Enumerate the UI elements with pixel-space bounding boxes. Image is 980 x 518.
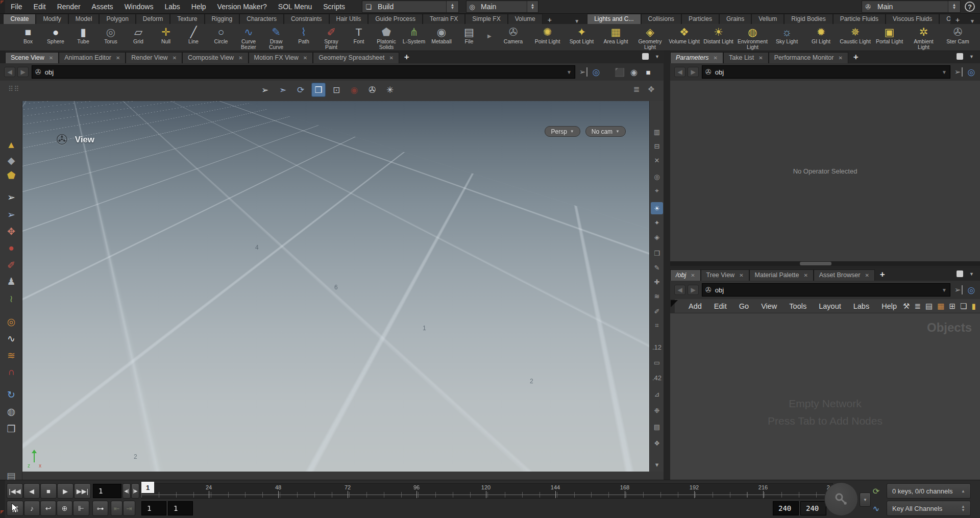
- pane-tab[interactable]: Scene View ✕: [5, 52, 59, 63]
- pane-menu-icon[interactable]: ▼: [655, 54, 659, 59]
- side-tool-button[interactable]: ❒: [5, 422, 18, 435]
- side-tool-button[interactable]: ➢: [5, 190, 18, 204]
- global-start-field[interactable]: 1: [141, 501, 166, 515]
- shelf-tool[interactable]: ✐ Spray Paint: [317, 24, 345, 51]
- pane-tab[interactable]: Motion FX View ✕: [249, 52, 313, 63]
- close-icon[interactable]: ✕: [739, 273, 743, 278]
- shelf-tool[interactable]: ◎ Torus: [97, 24, 125, 51]
- display-toggle-icon[interactable]: ❉: [651, 404, 663, 416]
- shelf-tab[interactable]: Texture: [170, 14, 204, 24]
- display-toggle-icon[interactable]: ≋: [651, 290, 663, 302]
- side-tool-button[interactable]: ≋: [5, 349, 18, 362]
- key-mode-dropdown[interactable]: Key All Channels ▲▼: [887, 501, 971, 516]
- shelf-group-separator-icon[interactable]: ▶: [487, 33, 492, 39]
- network-menu-item[interactable]: Edit: [708, 302, 733, 310]
- shelf-tab[interactable]: Constraints: [284, 14, 329, 24]
- playbar-option-button[interactable]: ⊶: [92, 501, 108, 516]
- network-menu-item[interactable]: Layout: [813, 302, 847, 310]
- auto-key-icon[interactable]: ⟳: [868, 483, 885, 499]
- step-back-button[interactable]: ◀|: [122, 483, 131, 499]
- toolbar-grip-icon[interactable]: ⠿⠿: [8, 85, 20, 93]
- side-tool-button[interactable]: ⬟: [5, 168, 18, 182]
- range-start-field[interactable]: 1: [168, 501, 193, 515]
- shelf-overflow-icon-2[interactable]: ▼: [965, 18, 980, 24]
- shelf-tool[interactable]: ╱ Line: [180, 24, 207, 51]
- display-toggle-icon[interactable]: ✕: [651, 154, 663, 166]
- viewport-bar-icon[interactable]: ✥: [648, 85, 654, 94]
- display-toggle-icon[interactable]: ✐: [651, 305, 663, 317]
- shelf-tab[interactable]: Oceans: [939, 14, 950, 24]
- forward-button[interactable]: ▶: [688, 285, 699, 295]
- shelf-tab[interactable]: Simple FX: [465, 14, 507, 24]
- shelf-tool[interactable]: ▤ File: [455, 24, 483, 51]
- shelf-tab[interactable]: Grains: [719, 14, 751, 24]
- help-button[interactable]: ?: [965, 2, 975, 12]
- transport-button[interactable]: ▶▶|: [74, 483, 91, 499]
- add-pane-tab-button[interactable]: +: [875, 269, 890, 281]
- pane-tab[interactable]: Performance Monitor ✕: [769, 52, 848, 63]
- menu-item[interactable]: File: [5, 3, 28, 11]
- display-toggle-icon[interactable]: ☀: [651, 202, 663, 214]
- transport-button[interactable]: ▶: [57, 483, 74, 499]
- display-toggle-icon[interactable]: .42: [651, 372, 663, 384]
- pane-tab[interactable]: Animation Editor ✕: [59, 52, 126, 63]
- shelf-tool[interactable]: T Font: [345, 24, 373, 51]
- scene-spinner[interactable]: ▲▼: [527, 1, 538, 12]
- display-toggle-icon[interactable]: ◎: [651, 170, 663, 183]
- shelf-tool[interactable]: ❖ Volume Light: [667, 24, 701, 51]
- step-forward-button[interactable]: |▶: [131, 483, 139, 499]
- path-field[interactable]: ✇ obj ▼: [702, 65, 950, 79]
- path-field[interactable]: ✇ obj ▼: [32, 65, 575, 79]
- shelf-tab[interactable]: Characters: [239, 14, 284, 24]
- global-end-field[interactable]: 240: [800, 501, 826, 515]
- pane-tab[interactable]: Render View ✕: [126, 52, 182, 63]
- shelf-tool[interactable]: ⌇ Path: [290, 24, 317, 51]
- range-end-field[interactable]: 240: [773, 501, 799, 515]
- shelf-tab[interactable]: Model: [68, 14, 100, 24]
- shelf-tool[interactable]: ✹ GI Light: [804, 24, 838, 51]
- viewport-canvas[interactable]: 46122 ✇ View Persp ▼ No cam ▼ z x: [22, 101, 649, 472]
- shelf-tab[interactable]: Hair Utils: [329, 14, 369, 24]
- add-shelf-button-2[interactable]: +: [950, 16, 965, 24]
- desktop-spinner[interactable]: ▲▼: [446, 1, 458, 12]
- playbar-option-button[interactable]: ⊩: [73, 501, 89, 516]
- pin-icon[interactable]: ➢: [578, 67, 587, 77]
- shelf-tool[interactable]: ▣ Portal Light: [872, 24, 906, 51]
- playbar-option-button[interactable]: ⇤: [111, 501, 122, 516]
- vertical-splitter[interactable]: [664, 51, 670, 480]
- shelf-tool[interactable]: ✵ Caustic Light: [838, 24, 872, 51]
- transport-button[interactable]: ◀: [23, 483, 40, 499]
- timeline-ruler[interactable]: 24 48 72 96 120 144: [141, 483, 833, 499]
- pane-tab[interactable]: Tree View ✕: [701, 269, 749, 281]
- network-menu-item[interactable]: Tools: [783, 302, 813, 310]
- shelf-tab[interactable]: Volume: [508, 14, 543, 24]
- display-toggle-icon[interactable]: ▾: [651, 458, 663, 471]
- pane-tab[interactable]: /obj ✕: [670, 269, 701, 281]
- horizontal-scrollbar[interactable]: [670, 261, 980, 266]
- shelf-tool[interactable]: ■ Box: [14, 24, 42, 51]
- shelf-tool[interactable]: ○ Circle: [207, 24, 235, 51]
- display-toggle-icon[interactable]: ✎: [651, 261, 663, 274]
- playbar-option-button[interactable]: ⇥: [123, 501, 135, 516]
- path-field[interactable]: ✇ obj ▼: [702, 283, 950, 297]
- network-toolbar-icon[interactable]: ▦: [937, 302, 944, 311]
- shelf-tool[interactable]: ▱ Grid: [125, 24, 152, 51]
- network-toolbar-icon[interactable]: ❏: [960, 302, 967, 311]
- pane-tab[interactable]: Geometry Spreadsheet ✕: [313, 52, 399, 63]
- shelf-tool[interactable]: ✦ Spot Light: [565, 24, 599, 51]
- forward-button[interactable]: ▶: [688, 67, 699, 77]
- pane-edge-handle[interactable]: [0, 0, 5, 13]
- shelf-tool[interactable]: ⬟ Platonic Solids: [373, 24, 400, 51]
- close-icon[interactable]: ✕: [714, 55, 718, 61]
- shelf-tab[interactable]: Particles: [681, 14, 719, 24]
- close-icon[interactable]: ✕: [173, 55, 177, 61]
- network-menu-item[interactable]: Go: [733, 302, 755, 310]
- shelf-tool[interactable]: ◉ Metaball: [428, 24, 455, 51]
- side-tool-button[interactable]: ♟: [5, 275, 18, 288]
- close-icon[interactable]: ✕: [758, 55, 763, 61]
- viewport-tool-button[interactable]: ➢: [258, 83, 272, 97]
- viewport-tool-button[interactable]: ➣: [276, 83, 290, 97]
- display-toggle-icon[interactable]: ▥: [651, 126, 663, 138]
- close-icon[interactable]: ✕: [691, 273, 695, 278]
- shelf-tool[interactable]: ✲ Ambient Light: [906, 24, 941, 51]
